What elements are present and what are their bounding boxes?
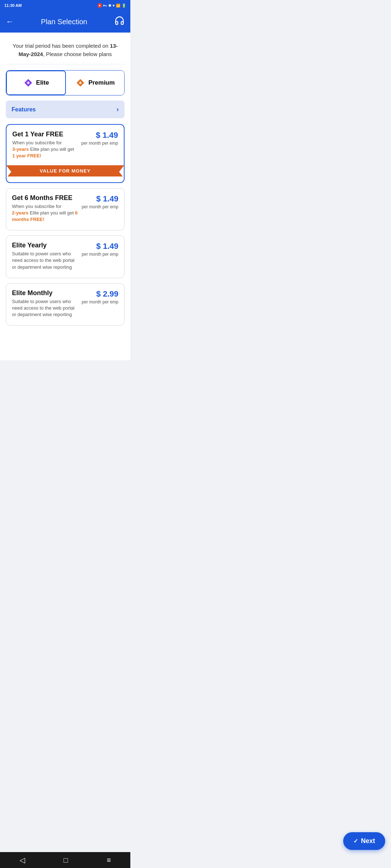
status-bar: 11:30 AM ● 🗝 ✱ ▾ 📶 🔋 xyxy=(0,0,130,11)
value-banner: VALUE FOR MONEY xyxy=(7,165,124,176)
plan-sub-line1-6months: When you subscribe for xyxy=(12,204,62,209)
tab-elite-label: Elite xyxy=(36,79,49,86)
plan-card-6months-free[interactable]: Get 6 Months FREE When you subscribe for… xyxy=(6,188,125,231)
tab-elite[interactable]: Elite xyxy=(6,71,66,95)
tab-premium[interactable]: Premium xyxy=(66,71,124,95)
plan-card-6months-price: $ 1.49 per month per emp xyxy=(82,194,118,209)
plan-sub-line2-year-free: Elite plan you will get xyxy=(29,146,74,152)
plan-card-elite-monthly-info: Elite Monthly Suitable to power users wh… xyxy=(12,289,82,320)
plan-card-elite-yearly-price: $ 1.49 per month per emp xyxy=(82,242,118,257)
plan-sub-elite-monthly: Suitable to power users who need access … xyxy=(12,298,78,318)
plan-card-year-free[interactable]: Get 1 Year FREE When you subscribe for 3… xyxy=(6,124,125,183)
plan-highlight1-6months: 2-years xyxy=(12,210,29,216)
key-icon: 🗝 xyxy=(103,4,107,8)
plan-title-6months: Get 6 Months FREE xyxy=(12,194,78,202)
record-icon: ● xyxy=(98,3,102,8)
plan-tabs: Elite Premium xyxy=(6,70,125,95)
features-label: Features xyxy=(12,106,36,113)
plan-card-elite-monthly[interactable]: Elite Monthly Suitable to power users wh… xyxy=(6,283,125,326)
features-row[interactable]: Features › xyxy=(6,101,125,118)
features-chevron-icon: › xyxy=(117,106,119,113)
plan-card-6months-info: Get 6 Months FREE When you subscribe for… xyxy=(12,194,82,225)
plan-card-elite-monthly-price: $ 2.99 per month per emp xyxy=(82,289,118,305)
plan-sub-line2-6months: Elite plan you will get xyxy=(29,210,75,216)
plan-price-6months: $ 1.49 xyxy=(82,194,118,204)
page-title: Plan Selection xyxy=(41,18,87,26)
plan-title-elite-monthly: Elite Monthly xyxy=(12,289,78,297)
plan-sub-6months: When you subscribe for 2-years Elite pla… xyxy=(12,203,78,223)
main-content: Your trial period has been completed on … xyxy=(0,33,130,360)
trial-prefix: Your trial period has been completed on xyxy=(13,43,110,49)
plan-card-year-free-price: $ 1.49 per month per emp xyxy=(81,131,118,146)
plan-card-elite-yearly[interactable]: Elite Yearly Suitable to power users who… xyxy=(6,235,125,278)
plan-card-elite-yearly-info: Elite Yearly Suitable to power users who… xyxy=(12,242,82,272)
header: ← Plan Selection xyxy=(0,11,130,33)
support-icon[interactable] xyxy=(114,16,125,28)
plan-sub-elite-yearly: Suitable to power users who need access … xyxy=(12,251,78,271)
plan-period-elite-yearly: per month per emp xyxy=(82,252,118,257)
status-time: 11:30 AM xyxy=(4,3,22,8)
plan-highlight1-year-free: 3-years xyxy=(12,146,29,152)
plan-sub-year-free: When you subscribe for 3-years Elite pla… xyxy=(12,140,78,159)
plan-price-elite-monthly: $ 2.99 xyxy=(82,289,118,299)
tab-premium-label: Premium xyxy=(88,79,115,86)
battery-icon: 🔋 xyxy=(122,4,126,8)
plan-period-elite-monthly: per month per emp xyxy=(82,299,118,305)
plan-title-year-free: Get 1 Year FREE xyxy=(12,131,78,138)
back-button[interactable]: ← xyxy=(6,17,14,26)
plan-period-6months: per month per emp xyxy=(82,204,118,209)
signal-icon: ▾ xyxy=(113,4,114,8)
elite-diamond-icon xyxy=(23,78,33,88)
plan-price-year-free: $ 1.49 xyxy=(81,131,118,140)
plan-period-year-free: per month per emp xyxy=(81,141,118,146)
plan-sub-line1-year-free: When you subscribe for xyxy=(12,140,62,145)
status-time-area: 11:30 AM xyxy=(4,3,22,8)
value-banner-text: VALUE FOR MONEY xyxy=(40,168,91,174)
wifi-icon: 📶 xyxy=(116,4,120,8)
status-icons-area: ● 🗝 ✱ ▾ 📶 🔋 xyxy=(98,3,126,8)
premium-diamond-icon xyxy=(75,78,85,88)
trial-suffix: , Please choose below plans xyxy=(43,51,112,57)
plan-title-elite-yearly: Elite Yearly xyxy=(12,242,78,249)
bluetooth-icon: ✱ xyxy=(108,4,111,8)
plan-highlight2-year-free: 1 year FREE! xyxy=(12,153,41,158)
plan-card-year-free-info: Get 1 Year FREE When you subscribe for 3… xyxy=(12,131,81,161)
trial-message: Your trial period has been completed on … xyxy=(6,38,125,64)
plan-price-elite-yearly: $ 1.49 xyxy=(82,242,118,251)
